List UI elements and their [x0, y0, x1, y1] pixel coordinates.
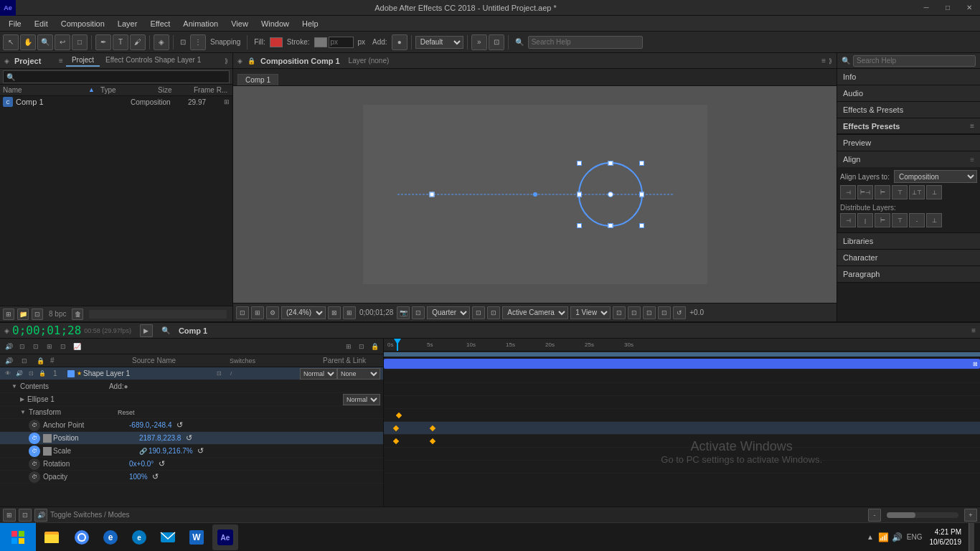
comp-btn[interactable]: ⊡: [17, 341, 28, 352]
fill-color-swatch[interactable]: [270, 37, 283, 47]
effects-presets-header[interactable]: Effects & Presets: [837, 102, 980, 118]
dist-h-btn[interactable]: |: [857, 213, 873, 227]
video-toggle[interactable]: 👁: [3, 369, 13, 379]
composition-viewer[interactable]: [233, 86, 837, 303]
anchor-point[interactable]: [429, 192, 434, 197]
menu-edit[interactable]: Edit: [29, 18, 54, 29]
project-search-input[interactable]: [3, 70, 230, 83]
toggle-switches-label[interactable]: Toggle Switches / Modes: [50, 511, 130, 519]
view-select[interactable]: 1 View: [570, 306, 611, 319]
graph-editor-btn[interactable]: 📈: [71, 341, 83, 352]
position-kf-1[interactable]: [393, 425, 399, 431]
handle-bottom-left[interactable]: [577, 223, 582, 228]
align-bottom-btn[interactable]: ⊥: [926, 185, 942, 199]
reset-btn[interactable]: ↺: [673, 306, 686, 319]
layer-bar-end-handle[interactable]: ⊠: [970, 359, 980, 369]
new-item-btn[interactable]: ⊞: [3, 309, 14, 320]
taskbar-explorer[interactable]: [37, 523, 66, 552]
character-header[interactable]: Character: [837, 250, 980, 265]
tl-audio-btn[interactable]: 🔊: [34, 509, 47, 522]
play-btn[interactable]: ▶: [140, 324, 153, 337]
playhead[interactable]: [397, 339, 398, 351]
select-tool[interactable]: ↖: [3, 34, 19, 50]
folder-btn[interactable]: 📁: [17, 309, 29, 320]
volume-icon[interactable]: 🔊: [892, 532, 903, 542]
reset-btn[interactable]: Reset: [118, 409, 135, 416]
tray-expand-btn[interactable]: ▲: [867, 533, 874, 541]
new-layer-btn[interactable]: ⊞: [343, 341, 354, 352]
opacity-stopwatch[interactable]: ⏱: [29, 471, 40, 483]
comp-tab-1[interactable]: Comp 1: [237, 74, 278, 85]
center-point[interactable]: [608, 192, 613, 197]
solo-btn[interactable]: ⊡: [356, 341, 367, 352]
taskbar-mail[interactable]: [155, 524, 181, 550]
search-help-input-right[interactable]: [853, 55, 976, 67]
anchor-stopwatch[interactable]: ⏱: [29, 420, 40, 431]
taskbar-chrome[interactable]: [69, 524, 95, 550]
taskbar-edge[interactable]: e: [126, 524, 152, 550]
rotate-tool[interactable]: ↩: [55, 34, 70, 50]
taskbar-ie[interactable]: e: [98, 524, 123, 550]
frame-blend-btn[interactable]: ⊞: [44, 341, 55, 352]
align-right-btn[interactable]: ⊢: [875, 185, 890, 199]
lock-toggle[interactable]: 🔒: [37, 369, 47, 379]
position-reset-btn[interactable]: ↺: [184, 433, 194, 443]
lang-indicator[interactable]: ENG: [907, 533, 923, 541]
handle-top-right[interactable]: [639, 161, 644, 166]
tl-zoom-in[interactable]: +: [964, 509, 977, 522]
menu-window[interactable]: Window: [255, 18, 295, 29]
workspace-dropdown[interactable]: Default Standard: [415, 36, 463, 49]
quality-toggle[interactable]: /: [226, 369, 236, 379]
color-settings-btn[interactable]: 🗑: [72, 309, 83, 320]
menu-file[interactable]: File: [3, 18, 27, 29]
tl-zoom-slider[interactable]: [887, 512, 958, 518]
prop-position-value[interactable]: 2187.8,223.8: [139, 434, 181, 442]
scale-kf-2[interactable]: [430, 438, 435, 444]
dist-right-btn[interactable]: ⊢: [875, 213, 890, 227]
position-stopwatch[interactable]: ⏱: [29, 433, 40, 444]
maximize-button[interactable]: □: [937, 0, 958, 16]
info-header[interactable]: Info: [837, 69, 980, 85]
align-to-select[interactable]: Composition Selection Layer: [894, 170, 977, 183]
show-desktop-btn[interactable]: [969, 523, 974, 552]
add-btn[interactable]: ●: [392, 34, 407, 50]
handle-top[interactable]: [608, 161, 613, 166]
preview-options[interactable]: ⊡: [412, 306, 425, 319]
path-point-mid[interactable]: [533, 192, 537, 197]
paragraph-header[interactable]: Paragraph: [837, 266, 980, 282]
handle-top-left[interactable]: [577, 161, 582, 166]
stroke-width-input[interactable]: [329, 37, 354, 48]
expand-workspaces[interactable]: »: [471, 34, 487, 50]
collapse-transform[interactable]: ⊡: [214, 369, 224, 379]
brush-tool[interactable]: 🖌: [130, 34, 146, 50]
search-help-input[interactable]: [528, 36, 643, 49]
puppet-tool[interactable]: ◈: [154, 34, 169, 50]
align-left-btn[interactable]: ⊣: [840, 185, 856, 199]
effects-presets-menu-btn[interactable]: ≡: [970, 122, 974, 130]
handle-bottom-right[interactable]: [639, 223, 644, 228]
rotation-stopwatch[interactable]: ⏱: [29, 458, 40, 470]
libraries-header[interactable]: Libraries: [837, 233, 980, 249]
zoom-tool[interactable]: 🔍: [37, 34, 53, 50]
zoom-select[interactable]: (24.4%) 100% 50%: [281, 306, 326, 319]
transform-expand[interactable]: ▼: [20, 409, 26, 415]
panel-options[interactable]: ⊡: [489, 34, 504, 50]
list-item[interactable]: C Comp 1 Composition 29.97 ⊞: [0, 96, 232, 108]
tl-zoom-out[interactable]: -: [868, 509, 881, 522]
close-button[interactable]: ✕: [958, 0, 980, 16]
comp-settings-btn[interactable]: ⚙: [266, 306, 279, 319]
time-options-btn[interactable]: ⊡: [236, 306, 249, 319]
menu-composition[interactable]: Composition: [55, 18, 110, 29]
lock-btn[interactable]: 🔒: [369, 341, 380, 352]
audio-toggle[interactable]: 🔊: [14, 369, 24, 379]
tab-effect-controls[interactable]: Effect Controls Shape Layer 1: [100, 55, 207, 67]
draft-3d-btn[interactable]: ⊡: [30, 341, 42, 352]
minimize-button[interactable]: ─: [915, 0, 937, 16]
search-btn[interactable]: ⊡: [32, 309, 43, 320]
rect-tool[interactable]: □: [72, 34, 88, 50]
fit-comp-btn[interactable]: ⊠: [328, 306, 341, 319]
grid-toggle[interactable]: ⊞: [343, 306, 356, 319]
align-h-center-btn[interactable]: ⊢⊣: [857, 185, 873, 199]
3d-toggle[interactable]: ⊡: [643, 306, 656, 319]
handle-bottom[interactable]: [608, 223, 613, 228]
